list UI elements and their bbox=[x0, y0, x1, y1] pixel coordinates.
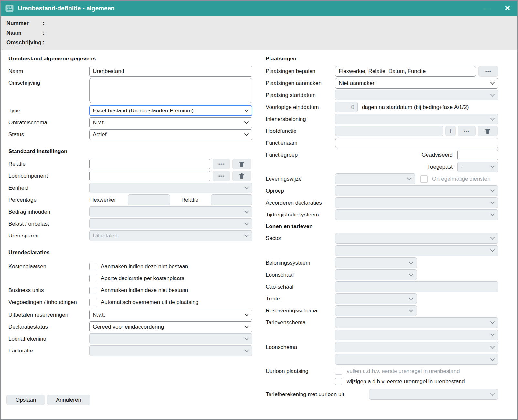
eenheid-label: Eenheid bbox=[8, 185, 89, 191]
chevron-down-icon bbox=[490, 235, 495, 240]
uurloon-wijzigen-checkbox[interactable] bbox=[335, 378, 342, 385]
nummer-header-label: Nummer bbox=[6, 20, 43, 26]
business-units-aanmaken-checkbox-label: Aanmaken indien deze niet bestaan bbox=[101, 287, 188, 294]
titlebar: Urenbestand-definitie - algemeen — ✕ bbox=[1, 1, 517, 16]
business-units-label: Business units bbox=[8, 287, 89, 294]
belast-onbelast-label: Belast / onbelast bbox=[8, 221, 89, 227]
footer-buttons: Opslaan Annuleren bbox=[6, 395, 92, 405]
section-standaard-instellingen: Standaard instellingen bbox=[8, 148, 253, 155]
trash-icon bbox=[239, 173, 245, 179]
status-label: Status bbox=[8, 131, 89, 138]
tariefberekening-select bbox=[369, 389, 498, 400]
functienaam-input[interactable] bbox=[335, 138, 498, 148]
plaatsingen-bepalen-browse-button[interactable]: ••• bbox=[478, 66, 498, 77]
chevron-down-icon bbox=[490, 164, 495, 168]
hoofdfunctie-info-button[interactable]: i bbox=[445, 126, 456, 136]
loonschaal-label: Loonschaal bbox=[266, 272, 335, 278]
uitbetalen-reserveringen-select[interactable]: N.v.t. bbox=[89, 310, 252, 320]
ellipsis-icon: ••• bbox=[485, 69, 491, 73]
aparte-declaratie-checkbox[interactable] bbox=[89, 275, 96, 282]
looncomponent-delete-button[interactable] bbox=[232, 171, 251, 181]
window-title: Urenbestand-definitie - algemeen bbox=[18, 5, 115, 12]
chevron-down-icon bbox=[244, 209, 249, 213]
opslaan-button[interactable]: Opslaan bbox=[6, 395, 45, 405]
section-plaatsingen: Plaatsingen bbox=[266, 56, 499, 62]
chevron-down-icon bbox=[244, 233, 249, 237]
aparte-declaratie-checkbox-label: Aparte declaratie per kostenplaats bbox=[101, 275, 184, 282]
naam-input[interactable] bbox=[89, 66, 252, 77]
plaatsingen-bepalen-input[interactable] bbox=[335, 66, 476, 77]
beloningssysteem-label: Beloningssysteem bbox=[266, 260, 335, 266]
chevron-down-icon bbox=[407, 176, 412, 180]
kostenplaatsen-label: Kostenplaatsen bbox=[8, 263, 89, 270]
chevron-down-icon bbox=[490, 92, 495, 97]
cao-schaal-label: Cao-schaal bbox=[266, 284, 335, 290]
chevron-down-icon bbox=[244, 131, 249, 136]
plaatsingen-bepalen-label: Plaatsingen bepalen bbox=[266, 68, 335, 75]
chevron-down-icon bbox=[244, 348, 249, 352]
hoofdfunctie-label: Hoofdfunctie bbox=[266, 128, 335, 134]
hoofdfunctie-delete-button[interactable] bbox=[478, 126, 498, 136]
declaratiestatus-select[interactable]: Gereed voor eindaccordering bbox=[89, 321, 252, 332]
relatie-input[interactable] bbox=[89, 159, 210, 169]
onregelmatige-diensten-checkbox-label: Onregelmatige diensten bbox=[432, 176, 491, 182]
chevron-down-icon bbox=[490, 116, 495, 121]
tariefberekening-label: Tariefberekening met uurloon uit bbox=[266, 391, 369, 398]
hoofdfunctie-browse-button[interactable]: ••• bbox=[458, 126, 476, 136]
plaatsing-startdatum-label: Plaatsing startdatum bbox=[266, 92, 335, 99]
status-select[interactable]: Actief bbox=[89, 129, 252, 140]
section-urendeclaraties: Urendeclaraties bbox=[8, 249, 253, 256]
functienaam-label: Functienaam bbox=[266, 140, 335, 146]
omschrijving-textarea[interactable] bbox=[89, 78, 252, 103]
chevron-down-icon bbox=[490, 332, 495, 336]
bedrag-inhouden-select bbox=[89, 206, 252, 217]
tijdregistratiesysteem-label: Tijdregistratiesysteem bbox=[266, 212, 335, 218]
percentage-flexwerker-label: Flexwerker bbox=[89, 197, 128, 203]
transfer-arrows-icon bbox=[5, 4, 14, 13]
relatie-delete-button[interactable] bbox=[232, 159, 251, 169]
vergoedingen-overnemen-checkbox[interactable] bbox=[89, 299, 96, 306]
uitbetalen-reserveringen-label: Uitbetalen reserveringen bbox=[8, 312, 89, 318]
chevron-down-icon bbox=[409, 260, 413, 264]
relatie-browse-button[interactable]: ••• bbox=[213, 159, 230, 169]
kostenplaatsen-aanmaken-checkbox-label: Aanmaken indien deze niet bestaan bbox=[101, 263, 188, 270]
looncomponent-input[interactable] bbox=[89, 171, 210, 181]
functiegroep-geadviseerd-label: Geadviseerd bbox=[422, 152, 453, 158]
kostenplaatsen-aanmaken-checkbox[interactable] bbox=[89, 263, 96, 270]
looncomponent-browse-button[interactable]: ••• bbox=[213, 171, 230, 181]
tarievenschema-label: Tarievenschema bbox=[266, 320, 335, 326]
uurloon-vullen-checkbox bbox=[335, 368, 342, 375]
ellipsis-icon: ••• bbox=[218, 162, 224, 166]
plaatsingen-aanmaken-label: Plaatsingen aanmaken bbox=[266, 80, 335, 87]
business-units-aanmaken-checkbox[interactable] bbox=[89, 287, 96, 294]
facturatie-label: Facturatie bbox=[8, 348, 89, 354]
voorlopige-einddatum-suffix: dagen na startdatum (bij beding+fase A/1… bbox=[362, 104, 469, 110]
minimize-button[interactable]: — bbox=[482, 4, 493, 13]
inlenersbeloning-label: Inlenersbeloning bbox=[266, 116, 335, 122]
cao-schaal-input bbox=[335, 281, 498, 292]
reserveringsschema-label: Reserveringsschema bbox=[266, 308, 335, 314]
chevron-down-icon bbox=[490, 200, 495, 204]
tarievenschema-select-2 bbox=[335, 330, 498, 340]
plaatsing-startdatum-select bbox=[335, 90, 498, 100]
sector-select bbox=[335, 233, 498, 244]
close-button[interactable]: ✕ bbox=[502, 4, 512, 13]
percentage-relatie-input bbox=[211, 194, 252, 205]
functiegroep-toegepast-label: Toegepast bbox=[428, 164, 453, 170]
functiegroep-geadviseerd-input[interactable] bbox=[457, 150, 498, 160]
functiegroep-toegepast-select: - bbox=[457, 162, 498, 172]
chevron-down-icon bbox=[490, 247, 495, 252]
uren-sparen-select: Uitbetalen bbox=[89, 230, 252, 241]
naam-colon: : bbox=[43, 30, 45, 36]
trede-label: Trede bbox=[266, 296, 335, 302]
annuleren-button[interactable]: Annuleren bbox=[47, 395, 90, 405]
record-header: Nummer: Naam: Omschrijving: bbox=[1, 16, 517, 50]
plaatsingen-aanmaken-select[interactable]: Niet aanmaken bbox=[335, 78, 498, 89]
chevron-down-icon bbox=[409, 272, 413, 276]
accorderen-declaraties-label: Accorderen declaraties bbox=[266, 200, 335, 206]
voorlopige-einddatum-label: Voorlopige einddatum bbox=[266, 104, 335, 110]
ontrafelschema-select[interactable]: N.v.t. bbox=[89, 117, 252, 128]
tijdregistratiesysteem-select bbox=[335, 209, 498, 220]
type-select[interactable]: Excel bestand (Urenbestanden Premium) bbox=[89, 105, 252, 116]
onregelmatige-diensten-checkbox bbox=[420, 175, 428, 183]
